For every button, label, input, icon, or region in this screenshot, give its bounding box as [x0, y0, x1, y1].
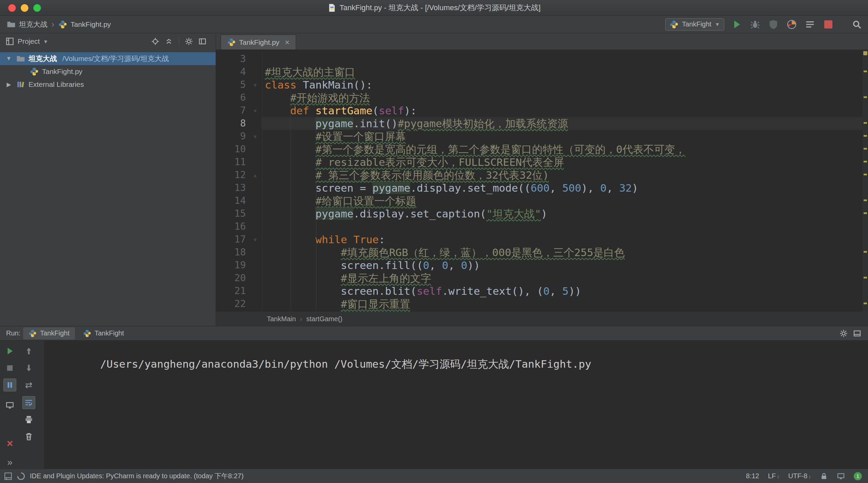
close-run-tab-button[interactable]: × — [3, 437, 16, 450]
console-output[interactable]: /Users/yangheng/anaconda3/bin/python /Vo… — [44, 341, 868, 469]
code-line-content[interactable]: #显示左上角的文字 — [262, 272, 868, 285]
debug-button[interactable] — [749, 19, 761, 30]
line-separator-widget[interactable]: LF↕ — [768, 472, 780, 480]
gutter-line-number[interactable]: 8 — [216, 117, 249, 130]
code-line-content[interactable]: pygame.display.set_caption("坦克大战") — [262, 207, 868, 220]
breadcrumb-item-file[interactable]: TankFight.py — [71, 20, 111, 28]
error-stripe-mark[interactable] — [864, 161, 867, 162]
gutter-line-number[interactable]: 17 — [216, 233, 249, 246]
fold-marker-icon[interactable]: ▿ — [249, 104, 262, 117]
close-window-button[interactable] — [8, 4, 16, 12]
code-editor[interactable]: 34#坦克大战的主窗口5▿class TankMain():6 #开始游戏的方法… — [216, 50, 868, 312]
gutter-line-number[interactable]: 3 — [216, 53, 249, 65]
code-line-content[interactable]: #窗口显示重置 — [262, 297, 868, 310]
disclosure-down-icon[interactable]: ▼ — [5, 55, 13, 62]
up-stack-trace-button[interactable] — [22, 345, 35, 358]
error-stripe-mark[interactable] — [864, 251, 867, 253]
error-stripe-mark[interactable] — [864, 212, 867, 214]
code-line-content[interactable]: #设置一个窗口屏幕 — [262, 130, 868, 143]
code-line-content[interactable]: screen = pygame.display.set_mode((600, 5… — [262, 181, 868, 194]
code-line-content[interactable] — [262, 53, 868, 65]
tree-row-external-libraries[interactable]: ▶ External Libraries — [0, 78, 216, 91]
minimize-window-button[interactable] — [21, 4, 28, 12]
tree-row-file[interactable]: TankFight.py — [0, 65, 216, 78]
chevron-down-icon[interactable]: ▼ — [43, 39, 48, 44]
pause-output-button[interactable] — [3, 379, 16, 391]
run-panel-settings-button[interactable] — [838, 328, 849, 339]
code-line-content[interactable]: def startGame(self): — [262, 104, 868, 117]
gutter-line-number[interactable]: 9 — [216, 130, 249, 143]
search-everywhere-button[interactable] — [851, 19, 863, 30]
gutter-line-number[interactable]: 4 — [216, 65, 249, 78]
breadcrumb-method[interactable]: startGame() — [306, 315, 342, 323]
encoding-widget[interactable]: UTF-8↕ — [788, 472, 811, 480]
code-line-content[interactable]: class TankMain(): — [262, 78, 868, 91]
gutter-line-number[interactable]: 15 — [216, 207, 249, 220]
editor-tab[interactable]: TankFight.py × — [221, 35, 296, 50]
gutter-line-number[interactable]: 7 — [216, 104, 249, 117]
breadcrumb-class[interactable]: TankMain — [267, 315, 296, 323]
gutter-line-number[interactable]: 22 — [216, 297, 249, 310]
error-stripe-mark[interactable] — [864, 71, 867, 72]
error-stripe-mark[interactable] — [864, 148, 867, 150]
down-stack-trace-button[interactable] — [22, 362, 35, 374]
error-stripe-mark[interactable] — [864, 199, 867, 201]
run-button[interactable] — [731, 19, 743, 30]
more-actions-button[interactable]: » — [3, 456, 16, 469]
gutter-line-number[interactable]: 10 — [216, 143, 249, 156]
gutter-line-number[interactable]: 16 — [216, 220, 249, 233]
clear-console-button[interactable] — [22, 430, 35, 443]
run-configuration-selector[interactable]: TankFight ▼ — [665, 18, 724, 31]
code-line-content[interactable]: pygame.init()#pygame模块初始化，加载系统资源 — [262, 117, 868, 130]
inspection-indicator-icon[interactable] — [863, 51, 867, 55]
error-stripe-mark[interactable] — [864, 122, 867, 124]
gutter-line-number[interactable]: 19 — [216, 259, 249, 272]
gutter-line-number[interactable]: 11 — [216, 156, 249, 169]
stop-button[interactable] — [823, 19, 834, 30]
print-button[interactable] — [22, 413, 35, 426]
show-console-button[interactable] — [3, 399, 16, 412]
lock-icon[interactable] — [820, 472, 828, 480]
status-message[interactable]: IDE and Plugin Updates: PyCharm is ready… — [30, 471, 243, 481]
inspections-profile-icon[interactable] — [837, 472, 845, 480]
fold-marker-icon[interactable]: ▿ — [249, 78, 262, 91]
run-tab-1[interactable]: TankFight — [23, 327, 75, 340]
fold-marker-icon[interactable]: ▵ — [249, 169, 262, 181]
run-with-coverage-button[interactable] — [768, 19, 779, 30]
error-stripe-mark[interactable] — [864, 174, 867, 175]
error-stripe-mark[interactable] — [864, 135, 867, 137]
soft-wrap-toggle[interactable] — [22, 396, 35, 409]
resume-button[interactable]: ⇄ — [22, 379, 35, 391]
tree-row-project-root[interactable]: ▼ 坦克大战 /Volumes/文档/学习源码/坦克大战 — [0, 52, 216, 65]
code-line-content[interactable]: # resizable表示可变大小，FULLSCREEN代表全屏 — [262, 156, 868, 169]
fold-marker-icon[interactable]: ▿ — [249, 233, 262, 246]
gutter-line-number[interactable]: 5 — [216, 78, 249, 91]
error-stripe-mark[interactable] — [864, 303, 867, 304]
code-line-content[interactable]: screen.blit(self.write_text(), (0, 5)) — [262, 285, 868, 297]
run-tab-2[interactable]: TankFight — [78, 327, 130, 340]
error-stripe-mark[interactable] — [864, 277, 867, 278]
close-icon[interactable]: × — [285, 38, 290, 47]
error-stripe[interactable] — [863, 50, 868, 312]
breadcrumb-item-folder[interactable]: 坦克大战 — [19, 20, 47, 29]
gutter-line-number[interactable]: 12 — [216, 169, 249, 181]
gutter-line-number[interactable]: 6 — [216, 91, 249, 104]
collapse-all-button[interactable] — [164, 36, 174, 46]
code-line-content[interactable] — [262, 220, 868, 233]
gutter-line-number[interactable]: 14 — [216, 194, 249, 207]
code-line-content[interactable]: #填充颜色RGB（红，绿，蓝），000是黑色，三个255是白色 — [262, 246, 868, 259]
services-button[interactable] — [804, 19, 816, 30]
gutter-line-number[interactable]: 13 — [216, 181, 249, 194]
code-line-content[interactable]: #第一个参数是宽高的元组，第二个参数是窗口的特性（可变的，0代表不可变， — [262, 143, 868, 156]
code-line-content[interactable]: #给窗口设置一个标题 — [262, 194, 868, 207]
stop-process-button[interactable] — [3, 362, 16, 374]
rerun-button[interactable] — [3, 345, 16, 358]
locate-file-button[interactable] — [150, 36, 160, 46]
gutter-line-number[interactable]: 18 — [216, 246, 249, 259]
notifications-badge[interactable]: 1 — [854, 472, 862, 480]
code-line-content[interactable]: screen.fill((0, 0, 0)) — [262, 259, 868, 272]
profiler-button[interactable] — [786, 19, 797, 30]
code-line-content[interactable]: #坦克大战的主窗口 — [262, 65, 868, 78]
code-line-content[interactable]: while True: — [262, 233, 868, 246]
fold-marker-icon[interactable]: ▿ — [249, 130, 262, 143]
